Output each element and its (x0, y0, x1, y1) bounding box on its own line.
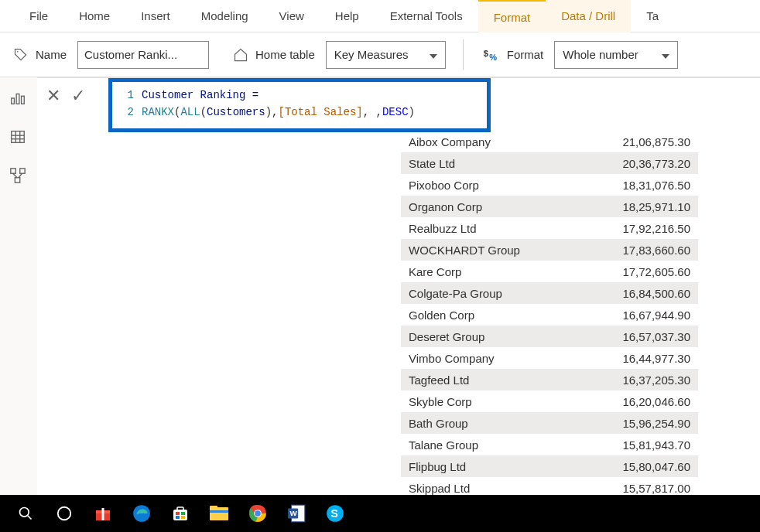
divider (463, 39, 464, 70)
table-row[interactable]: Tagfeed Ltd16,37,205.30 (401, 369, 698, 390)
svg-point-0 (17, 51, 19, 53)
token-comma: , , (363, 104, 382, 121)
formula-text: Customer Ranking = (142, 87, 258, 104)
customer-name-cell: State Ltd (401, 157, 548, 170)
table-row[interactable]: Colgate-Pa Group16,84,500.60 (401, 282, 698, 304)
customer-name-cell: Colgate-Pa Group (401, 287, 548, 300)
value-cell: 20,36,773.20 (548, 157, 698, 170)
tab-home[interactable]: Home (63, 0, 125, 32)
value-cell: 15,81,943.70 (548, 438, 698, 452)
table-row[interactable]: WOCKHARDT Group17,83,660.60 (401, 239, 698, 261)
svg-rect-12 (20, 169, 25, 173)
customer-name-cell: Tagfeed Ltd (401, 373, 548, 387)
svg-rect-21 (102, 508, 104, 520)
table-row[interactable]: Organon Corp18,25,971.10 (401, 196, 698, 217)
value-cell: 17,72,605.60 (548, 265, 698, 278)
tab-view[interactable]: View (264, 0, 320, 32)
value-cell: 18,25,971.10 (548, 200, 698, 213)
line-number: 1 (120, 87, 134, 104)
token-paren: ( (174, 104, 180, 121)
table-row[interactable]: Golden Corp16,67,944.90 (401, 304, 698, 326)
explorer-icon[interactable] (200, 495, 238, 532)
table-row[interactable]: Vimbo Company16,44,977.30 (401, 347, 698, 369)
tab-external-tools[interactable]: External Tools (375, 0, 478, 32)
word-icon[interactable]: W (277, 495, 316, 532)
skype-icon[interactable]: S (316, 495, 354, 532)
formula-editor[interactable]: 1 Customer Ranking = 2 RANKX( ALL( Custo… (108, 78, 491, 132)
value-cell: 18,31,076.50 (548, 179, 698, 192)
tab-modeling[interactable]: Modeling (186, 0, 264, 32)
search-icon[interactable] (6, 495, 45, 532)
customer-name-cell: Kare Corp (401, 265, 548, 278)
format-value: Whole number (563, 48, 638, 61)
customer-name-cell: Bath Group (401, 417, 548, 430)
table-row[interactable]: Aibox Company21,06,875.30 (401, 131, 698, 152)
windows-taskbar: W S (0, 495, 760, 532)
token-paren: ) (409, 104, 415, 121)
tab-file[interactable]: File (14, 0, 63, 32)
table-row[interactable]: Deseret Group16,57,037.30 (401, 326, 698, 347)
svg-rect-23 (173, 510, 187, 520)
token-paren: ) (265, 104, 272, 121)
token-keyword: DESC (382, 104, 409, 121)
tab-insert[interactable]: Insert (125, 0, 186, 32)
tab-overflow[interactable]: Ta (631, 0, 674, 32)
svg-rect-4 (16, 94, 19, 104)
svg-rect-26 (181, 512, 185, 515)
customer-name-cell: Flipbug Ltd (401, 460, 548, 473)
table-row[interactable]: Skippad Ltd15,57,817.00 (401, 477, 698, 495)
table-row[interactable]: Realbuzz Ltd17,92,216.50 (401, 217, 698, 239)
home-table-select[interactable]: Key Measures (326, 41, 446, 69)
main-area: ✕ ✓ 1 Customer Ranking = 2 RANKX( ALL( C… (0, 77, 760, 495)
properties-bar: Name Customer Ranki... Home table Key Me… (0, 32, 760, 77)
gift-icon[interactable] (84, 495, 122, 532)
svg-rect-24 (177, 507, 183, 510)
commit-icon[interactable]: ✓ (71, 86, 85, 106)
cortana-icon[interactable] (45, 495, 84, 532)
tab-help[interactable]: Help (320, 0, 375, 32)
line-number: 2 (120, 104, 134, 121)
customer-table-visual[interactable]: Aibox Company21,06,875.30State Ltd20,36,… (401, 131, 698, 495)
format-label: Format (507, 48, 544, 61)
svg-text:W: W (290, 509, 298, 517)
measure-name-input[interactable]: Customer Ranki... (77, 41, 209, 69)
edge-icon[interactable] (122, 495, 161, 532)
token-func: ALL (180, 104, 200, 121)
value-cell: 17,92,216.50 (548, 222, 698, 235)
value-cell: 16,37,205.30 (548, 373, 698, 387)
table-row[interactable]: Skyble Corp16,20,046.60 (401, 390, 698, 412)
work-canvas: ✕ ✓ 1 Customer Ranking = 2 RANKX( ALL( C… (37, 77, 760, 495)
value-cell: 16,20,046.60 (548, 395, 698, 408)
customer-name-cell: Pixoboo Corp (401, 179, 548, 192)
value-cell: 15,57,817.00 (548, 482, 698, 495)
table-row[interactable]: State Ltd20,36,773.20 (401, 152, 698, 174)
format-icon: $ % (481, 45, 501, 65)
token-measure: [Total Sales] (278, 104, 362, 121)
token-func: RANKX (142, 104, 174, 121)
svg-line-17 (28, 516, 32, 520)
cancel-icon[interactable]: ✕ (46, 86, 60, 106)
model-view-icon[interactable] (9, 167, 28, 186)
table-row[interactable]: Bath Group15,96,254.90 (401, 412, 698, 434)
svg-line-15 (19, 173, 22, 178)
svg-line-14 (13, 173, 17, 178)
chrome-icon[interactable] (238, 495, 277, 532)
tab-format[interactable]: Format (478, 0, 546, 32)
data-view-icon[interactable] (9, 128, 28, 147)
value-cell: 16,57,037.30 (548, 330, 698, 343)
table-row[interactable]: Flipbug Ltd15,80,047.60 (401, 455, 698, 477)
format-select[interactable]: Whole number (554, 41, 678, 69)
report-view-icon[interactable] (9, 90, 28, 108)
value-cell: 16,44,977.30 (548, 352, 698, 365)
table-row[interactable]: Kare Corp17,72,605.60 (401, 261, 698, 282)
customer-name-cell: Vimbo Company (401, 352, 548, 365)
svg-point-34 (255, 510, 261, 517)
store-icon[interactable] (161, 495, 200, 532)
table-row[interactable]: Pixoboo Corp18,31,076.50 (401, 174, 698, 196)
formula-bar-controls: ✕ ✓ (46, 86, 85, 106)
tab-data-drill[interactable]: Data / Drill (546, 0, 631, 32)
svg-text:S: S (331, 507, 338, 520)
token-comma: , (272, 104, 278, 121)
svg-rect-5 (22, 96, 25, 104)
table-row[interactable]: Talane Group15,81,943.70 (401, 434, 698, 455)
